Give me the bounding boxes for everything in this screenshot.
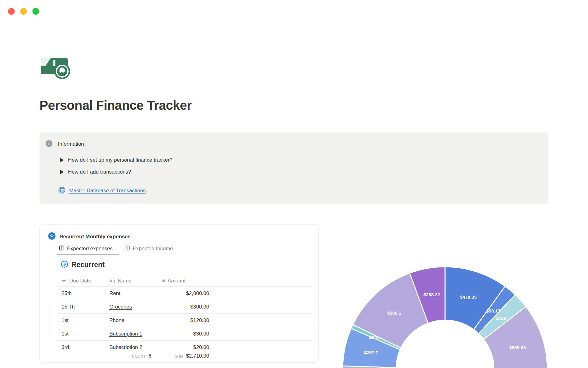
info-icon bbox=[45, 140, 53, 148]
view-tabs: Expected expenses Expected Income bbox=[57, 243, 313, 255]
amount-cell: $300.00 bbox=[166, 304, 209, 310]
sum-label: SUM bbox=[175, 354, 183, 358]
recurrent-section-header: Recurrent bbox=[61, 261, 105, 269]
row-page-link[interactable]: Subscription 1 bbox=[109, 331, 142, 337]
due-date-cell: 15 Th bbox=[62, 304, 75, 310]
tab-expected-income[interactable]: Expected Income bbox=[123, 243, 179, 255]
table-row[interactable]: 1st Phone $120.00 bbox=[57, 314, 313, 327]
due-date-cell: 25th bbox=[62, 290, 72, 297]
count-value: 6 bbox=[149, 353, 151, 359]
slice-value-label: $287.7 bbox=[364, 350, 378, 355]
name-cell: Groceries bbox=[109, 304, 132, 310]
column-header-due-date[interactable]: Due Date bbox=[62, 278, 91, 284]
count-label: COUNT bbox=[132, 354, 146, 358]
section-title: Recurrent bbox=[71, 261, 105, 269]
count-aggregate[interactable]: COUNT 6 bbox=[132, 353, 151, 359]
name-cell: Subscription 1 bbox=[109, 331, 142, 337]
slice-value-label: $120 bbox=[496, 316, 506, 321]
table-view-icon bbox=[125, 245, 130, 252]
donut-chart-svg: $478.35$98.17$120$565.58$287.7$30.68$586… bbox=[337, 264, 557, 368]
callout-header: Information bbox=[45, 140, 84, 148]
column-label: Amount bbox=[168, 278, 186, 284]
tab-expected-expenses[interactable]: Expected expenses bbox=[57, 243, 119, 255]
divider bbox=[57, 181, 542, 181]
slice-value-label: $586.1 bbox=[387, 310, 401, 316]
table-footer: COUNT 6 SUM $2,710.00 bbox=[40, 349, 318, 362]
toggle-add-transactions-question[interactable]: How do I add transactions? bbox=[60, 167, 131, 177]
expenses-donut-chart: $478.35$98.17$120$565.58$287.7$30.68$586… bbox=[337, 264, 557, 368]
column-label: Name bbox=[118, 278, 131, 284]
minimize-window-button[interactable] bbox=[20, 8, 27, 15]
sum-value: $2,710.00 bbox=[186, 353, 209, 359]
toggle-label: How do I add transactions? bbox=[68, 169, 131, 175]
name-cell: Rent bbox=[109, 290, 120, 297]
recurrent-expenses-card: Recurrent Monthly expenses Expected expe… bbox=[40, 224, 318, 363]
table-header-row: Due Date Aa Name # Amount bbox=[57, 275, 313, 287]
table-row[interactable]: 25th Rent $2,000.00 bbox=[57, 287, 313, 300]
row-page-link[interactable]: Phone bbox=[109, 317, 124, 323]
amount-cell: $120.00 bbox=[166, 317, 209, 324]
window-controls bbox=[8, 8, 39, 15]
card-title: Recurrent Monthly expenses bbox=[59, 234, 130, 240]
list-lines-icon bbox=[62, 278, 66, 284]
due-date-cell: 1st bbox=[62, 331, 69, 337]
column-header-name[interactable]: Aa Name bbox=[109, 278, 132, 284]
master-database-link-label[interactable]: Master Database of Transactions bbox=[69, 188, 145, 194]
slice-value-label: $268.22 bbox=[424, 292, 440, 297]
amount-cell: $2,000.00 bbox=[166, 290, 209, 297]
globe-icon bbox=[58, 186, 66, 195]
slice-value-label: $478.35 bbox=[460, 294, 477, 300]
column-header-amount[interactable]: # Amount bbox=[162, 278, 186, 284]
table-row[interactable]: 1st Subscription 1 $30.00 bbox=[57, 327, 313, 341]
toggle-triangle-icon[interactable] bbox=[60, 170, 64, 174]
divider bbox=[57, 152, 542, 152]
row-page-link[interactable]: Rent bbox=[109, 290, 120, 296]
toggle-triangle-icon[interactable] bbox=[60, 158, 64, 162]
table-view-icon bbox=[59, 245, 64, 252]
column-label: Due Date bbox=[69, 278, 91, 284]
tab-label: Expected expenses bbox=[67, 246, 112, 252]
expenses-table: Due Date Aa Name # Amount 25th Rent $2,0… bbox=[57, 275, 313, 354]
toggle-label: How do I set up my personal finance trac… bbox=[68, 157, 172, 163]
sum-aggregate[interactable]: SUM $2,710.00 bbox=[156, 353, 209, 359]
callout-title: Information bbox=[58, 141, 84, 147]
money-banknote-coin-icon[interactable] bbox=[40, 55, 73, 81]
name-cell: Phone bbox=[109, 317, 124, 324]
toggle-setup-question[interactable]: How do I set up my personal finance trac… bbox=[60, 155, 172, 165]
table-row[interactable]: 15 Th Groceries $300.00 bbox=[57, 300, 313, 314]
master-database-link[interactable]: Master Database of Transactions bbox=[58, 186, 145, 195]
information-callout: Information How do I set up my personal … bbox=[40, 132, 548, 204]
row-page-link[interactable]: Groceries bbox=[109, 304, 132, 310]
amount-cell: $30.00 bbox=[166, 331, 209, 337]
circle-arrow-right-icon bbox=[61, 261, 68, 269]
due-date-cell: 1st bbox=[62, 317, 69, 324]
page-title: Personal Finance Tracker bbox=[40, 98, 192, 113]
circle-arrow-down-icon bbox=[48, 232, 56, 241]
title-property-icon: Aa bbox=[109, 278, 115, 283]
tab-label: Expected Income bbox=[133, 246, 173, 252]
number-property-icon: # bbox=[162, 278, 165, 283]
zoom-window-button[interactable] bbox=[32, 8, 39, 15]
slice-value-label: $565.58 bbox=[509, 345, 526, 350]
card-header[interactable]: Recurrent Monthly expenses bbox=[48, 232, 130, 241]
close-window-button[interactable] bbox=[8, 8, 15, 15]
